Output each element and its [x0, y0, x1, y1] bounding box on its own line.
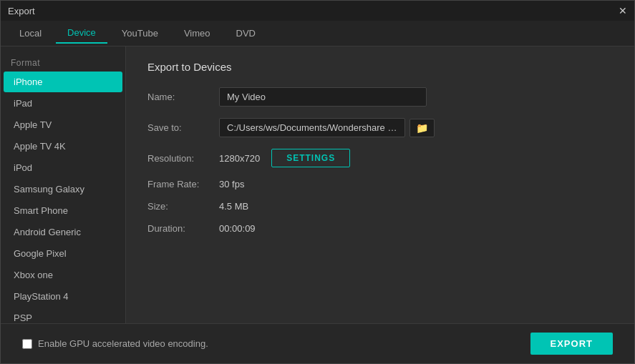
tab-device[interactable]: Device: [56, 23, 107, 44]
close-button[interactable]: ✕: [619, 5, 627, 16]
save-to-label: Save to:: [147, 122, 219, 133]
name-row: Name:: [147, 87, 613, 107]
resolution-label: Resolution:: [147, 153, 219, 164]
size-value: 4.5 MB: [219, 201, 248, 212]
size-label: Size:: [147, 201, 219, 212]
export-button[interactable]: EXPORT: [530, 333, 613, 355]
tab-vimeo[interactable]: Vimeo: [173, 24, 222, 43]
sidebar-item-apple-tv-4k[interactable]: Apple TV 4K: [4, 136, 122, 157]
sidebar-item-xbox-one[interactable]: Xbox one: [4, 265, 122, 285]
resolution-value: 1280x720: [219, 153, 260, 164]
resolution-row: Resolution: 1280x720 SETTINGS: [147, 149, 613, 167]
title-bar: Export ✕: [1, 1, 634, 21]
save-to-input[interactable]: [219, 118, 405, 137]
tab-dvd[interactable]: DVD: [225, 24, 267, 43]
tab-local[interactable]: Local: [8, 24, 53, 43]
sidebar-item-smart-phone[interactable]: Smart Phone: [4, 200, 122, 221]
duration-label: Duration:: [147, 223, 219, 234]
tab-youtube[interactable]: YouTube: [110, 24, 170, 43]
resolution-controls: 1280x720 SETTINGS: [219, 149, 350, 167]
folder-button[interactable]: 📁: [409, 119, 435, 137]
frame-rate-row: Frame Rate: 30 fps: [147, 179, 613, 190]
save-to-input-group: 📁: [219, 118, 435, 137]
duration-row: Duration: 00:00:09: [147, 223, 613, 234]
frame-rate-value: 30 fps: [219, 179, 244, 190]
sidebar-item-playstation-4[interactable]: PlayStation 4: [4, 286, 122, 307]
sidebar-item-google-pixel[interactable]: Google Pixel: [4, 243, 122, 264]
sidebar-item-ipad[interactable]: iPad: [4, 93, 122, 114]
main-content: Format iPhone iPad Apple TV Apple TV 4K …: [1, 46, 634, 323]
sidebar: Format iPhone iPad Apple TV Apple TV 4K …: [1, 46, 126, 323]
sidebar-item-ipod[interactable]: iPod: [4, 157, 122, 178]
settings-button[interactable]: SETTINGS: [271, 149, 350, 167]
folder-icon: 📁: [416, 122, 428, 134]
size-row: Size: 4.5 MB: [147, 201, 613, 212]
gpu-label-text: Enable GPU accelerated video encoding.: [38, 338, 208, 349]
sidebar-item-android-generic[interactable]: Android Generic: [4, 222, 122, 242]
content-area: Export to Devices Name: Save to: 📁 Resol…: [126, 46, 634, 323]
sidebar-group-label: Format: [1, 54, 125, 71]
sidebar-item-apple-tv[interactable]: Apple TV: [4, 114, 122, 135]
bottom-bar: Enable GPU accelerated video encoding. E…: [1, 323, 634, 363]
export-window: Export ✕ Local Device YouTube Vimeo DVD …: [0, 0, 635, 364]
gpu-checkbox[interactable]: [22, 339, 32, 349]
sidebar-item-iphone[interactable]: iPhone: [4, 72, 122, 92]
sidebar-item-samsung-galaxy[interactable]: Samsung Galaxy: [4, 179, 122, 200]
name-input[interactable]: [219, 87, 427, 107]
window-title: Export: [8, 6, 35, 16]
gpu-label[interactable]: Enable GPU accelerated video encoding.: [22, 338, 208, 349]
save-to-row: Save to: 📁: [147, 118, 613, 137]
sidebar-item-psp[interactable]: PSP: [4, 308, 122, 323]
name-label: Name:: [147, 92, 219, 102]
section-title: Export to Devices: [147, 61, 613, 73]
tab-bar: Local Device YouTube Vimeo DVD: [1, 21, 634, 46]
duration-value: 00:00:09: [219, 223, 256, 234]
frame-rate-label: Frame Rate:: [147, 179, 219, 190]
